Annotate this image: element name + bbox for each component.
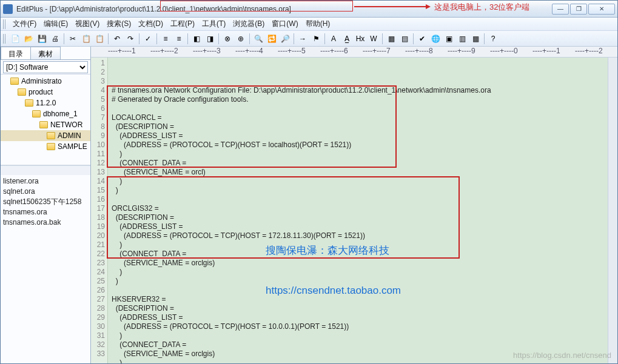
find-files-icon[interactable]: 🔎 [279,33,291,45]
open-icon[interactable]: 📂 [22,33,35,45]
code-line[interactable]: ) [112,277,608,286]
code-line[interactable]: (CONNECT_DATA = [112,340,608,349]
bookmark-icon[interactable]: ⚑ [310,33,322,45]
code-line[interactable]: # Generated by Oracle configuration tool… [112,95,608,104]
tree-node[interactable]: SAMPLE [1,141,90,152]
drive-select[interactable]: [D:] Software [3,61,88,73]
tree-node[interactable]: Administrato [1,76,90,87]
font-aa-icon[interactable]: A̲ [341,33,353,45]
line-gutter: 1234567891011121314151617181920212223242… [91,58,108,363]
code-content[interactable]: # tnsnames.ora Network Configuration Fil… [108,58,608,363]
tree-node[interactable]: ADMIN [1,130,90,141]
maximize-button[interactable]: ❐ [570,4,587,15]
code-line[interactable]: ) [112,177,608,186]
spell-icon[interactable]: ✓ [142,33,154,45]
editor-scrollbar[interactable] [608,58,617,363]
tile-icon[interactable]: ▦ [385,33,397,45]
menu-8[interactable]: 窗口(W) [268,18,301,30]
code-line[interactable]: HKSERVER32 = [112,295,608,304]
code-line[interactable]: (ADDRESS_LIST = [112,131,608,141]
code-line[interactable]: ) [112,186,608,195]
menu-9[interactable]: 帮助(H) [302,18,334,30]
tab-directory[interactable]: 目录 [1,47,31,59]
redo-icon[interactable]: ↷ [124,33,136,45]
undo-icon[interactable]: ↶ [111,33,123,45]
menu-5[interactable]: 工程(P) [167,18,198,30]
tree-node[interactable]: product [1,87,90,98]
tab-resources[interactable]: 素材 [30,47,61,59]
file-item[interactable]: tnsnames.ora [3,207,88,217]
code-line[interactable]: (CONNECT_DATA = [112,159,608,168]
hex-icon[interactable]: Hx [354,33,366,45]
code-line[interactable]: (ADDRESS = (PROTOCOL = TCP)(HOST = 172.1… [112,231,608,240]
code-line[interactable]: (ADDRESS_LIST = [112,313,608,322]
close-button[interactable]: ✕ [588,4,615,15]
code-line[interactable]: (DESCRIPTION = [112,122,608,131]
code-line[interactable]: # tnsnames.ora Network Configuration Fil… [112,86,608,95]
tree-node[interactable]: dbhome_1 [1,108,90,119]
code-line[interactable]: LOCALORCL = [112,113,608,122]
code-line[interactable]: (SERVICE_NAME = orclgis) [112,349,608,359]
tree-node[interactable]: 11.2.0 [1,98,90,108]
new-file-icon[interactable]: 📄 [9,33,21,45]
win-icon[interactable]: ▣ [443,33,455,45]
print-icon[interactable]: 🖨 [49,33,61,45]
menu-6[interactable]: 工具(T) [198,18,229,30]
help-icon[interactable]: ? [487,33,499,45]
tile2-icon[interactable]: ▤ [398,33,411,45]
goto-icon[interactable]: → [297,33,309,45]
circle-x-icon[interactable]: ⊗ [221,33,233,45]
cut-icon[interactable]: ✂ [67,33,79,45]
win3-icon[interactable]: ▦ [469,33,482,45]
font-a-icon[interactable]: A [327,33,340,45]
code-line[interactable] [112,104,608,113]
menu-1[interactable]: 编辑(E) [40,18,72,30]
code-line[interactable]: ORCLGIS32 = [112,204,608,213]
code-line[interactable]: ) [112,268,608,277]
code-line[interactable] [112,286,608,295]
toggle2-icon[interactable]: ◨ [204,33,216,45]
code-line[interactable]: (ADDRESS_LIST = [112,222,608,231]
menu-3[interactable]: 搜索(S) [103,18,135,30]
replace-icon[interactable]: 🔁 [266,33,278,45]
code-line[interactable]: (DESCRIPTION = [112,304,608,313]
win2-icon[interactable]: ▥ [456,33,468,45]
check-icon[interactable]: ✔ [416,33,428,45]
code-editor[interactable]: 1234567891011121314151617181920212223242… [91,58,617,363]
file-item[interactable]: sqlnet1506235下午1258 [3,197,88,207]
toggle-icon[interactable]: ◧ [190,33,203,45]
indent-left-icon[interactable]: ≡ [160,33,172,45]
find-icon[interactable]: 🔍 [252,33,264,45]
code-line[interactable]: (ADDRESS = (PROTOCOL = TCP)(HOST = local… [112,141,608,150]
menu-4[interactable]: 文档(D) [135,18,167,30]
save-icon[interactable]: 💾 [36,33,48,45]
code-line[interactable]: (CONNECT_DATA = [112,250,608,259]
browser-icon[interactable]: 🌐 [429,33,442,45]
circle-plus-icon[interactable]: ⊕ [235,33,247,45]
menu-2[interactable]: 视图(V) [72,18,103,30]
file-list[interactable]: listener.orasqlnet.orasqlnet1506235下午125… [1,175,90,363]
ruler-mark: ----+----1 [532,47,575,55]
code-line[interactable]: (DESCRIPTION = [112,213,608,222]
minimize-button[interactable]: — [552,4,569,15]
menu-0[interactable]: 文件(F) [9,18,40,30]
code-line[interactable] [112,195,608,204]
file-item[interactable]: listener.ora [3,176,88,187]
code-line[interactable]: ) [112,331,608,340]
paste-icon[interactable]: 📋 [93,33,106,45]
code-line[interactable]: ) [112,150,608,159]
code-line[interactable]: ) [112,240,608,250]
file-item[interactable]: sqlnet.ora [3,187,88,197]
tree-scrollbar[interactable] [1,165,90,175]
code-line[interactable]: (ADDRESS = (PROTOCOL = TCP)(HOST = 10.0.… [112,322,608,331]
tree-node[interactable]: NETWOR [1,119,90,130]
file-item[interactable]: tnsnames.ora.bak [3,217,88,228]
folder-tree[interactable]: Administratoproduct11.2.0dbhome_1NETWORA… [1,74,90,165]
menu-7[interactable]: 浏览器(B) [229,18,268,30]
code-line[interactable]: (SERVICE_NAME = orcl) [112,168,608,177]
code-line[interactable]: ) [112,359,608,363]
word-icon[interactable]: W [368,33,380,45]
indent-right-icon[interactable]: ≡ [173,33,185,45]
copy-icon[interactable]: 📋 [80,33,92,45]
code-line[interactable]: (SERVICE_NAME = orclgis) [112,259,608,268]
